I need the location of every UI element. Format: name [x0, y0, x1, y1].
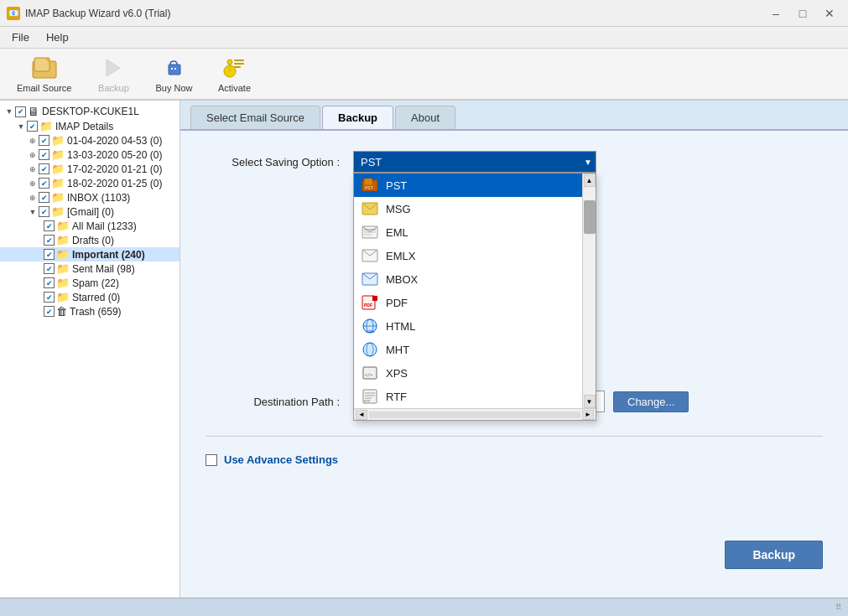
tab-backup[interactable]: Backup: [322, 106, 393, 129]
cb-imap[interactable]: ✔: [27, 121, 38, 132]
change-button[interactable]: Change...: [613, 391, 689, 412]
tree-item-important[interactable]: ✔ 📁 Important (240): [0, 247, 179, 261]
expander-desktop[interactable]: ▼: [3, 106, 15, 117]
menu-help[interactable]: Help: [39, 29, 75, 45]
scroll-up-btn[interactable]: ▲: [584, 173, 596, 187]
dropdown-item-html[interactable]: HTML HTML: [354, 314, 582, 338]
svg-point-9: [227, 60, 232, 65]
cb-folder1[interactable]: ✔: [39, 135, 49, 146]
hscroll-track: [369, 412, 580, 418]
tree-item-desktop[interactable]: ▼ ✔ 🖥 DESKTOP-KCUKE1L: [0, 104, 179, 119]
tree-label-trash: Trash (659): [70, 306, 122, 318]
dropdown-item-pdf[interactable]: PDF PDF: [354, 291, 582, 314]
close-button[interactable]: ✕: [818, 4, 841, 23]
dropdown-item-eml-label: EML: [386, 226, 408, 239]
tree-item-imap[interactable]: ▼ ✔ 📁 IMAP Details: [0, 119, 179, 133]
msg-icon: [361, 200, 379, 217]
tree-item-spam[interactable]: ✔ 📁 Spam (22): [0, 276, 179, 290]
tab-select-email-source[interactable]: Select Email Source: [190, 106, 320, 129]
expander-imap[interactable]: ▼: [15, 121, 27, 132]
tree-label-folder3: 17-02-2020 01-21 (0): [67, 163, 162, 175]
dropdown-arrow-icon: ▼: [584, 158, 592, 167]
backup-button[interactable]: Backup: [725, 541, 823, 569]
minimize-button[interactable]: –: [764, 4, 788, 23]
tree-label-allmail: All Mail (1233): [72, 220, 137, 232]
cb-folder2[interactable]: ✔: [39, 149, 49, 160]
cb-desktop[interactable]: ✔: [15, 106, 26, 117]
starred-icon: 📁: [56, 291, 70, 303]
expander-gmail[interactable]: ▼: [27, 206, 39, 218]
backup-button-container: Backup: [205, 483, 823, 577]
toolbar-activate[interactable]: Activate: [209, 51, 259, 96]
tree-item-sentmail[interactable]: ✔ 📁 Sent Mail (98): [0, 261, 179, 276]
expander-folder2[interactable]: ⊕: [27, 149, 39, 161]
dropdown-item-xps[interactable]: </> XPS: [354, 361, 582, 385]
toolbar-buy-now[interactable]: Buy Now: [148, 51, 199, 96]
tree-item-inbox[interactable]: ⊕ ✔ 📁 INBOX (1103): [0, 190, 179, 204]
trash-icon: 🗑: [56, 305, 67, 318]
toolbar-backup[interactable]: Backup: [88, 51, 138, 96]
dropdown-item-msg[interactable]: MSG: [354, 197, 582, 220]
tree-label-sentmail: Sent Mail (98): [72, 263, 135, 275]
dropdown-item-eml[interactable]: EML: [354, 220, 582, 244]
scroll-down-btn[interactable]: ▼: [584, 395, 596, 408]
cb-inbox[interactable]: ✔: [39, 192, 49, 203]
cb-starred[interactable]: ✔: [44, 292, 55, 303]
tree-item-allmail[interactable]: ✔ 📁 All Mail (1233): [0, 219, 179, 233]
expander-inbox[interactable]: ⊕: [27, 192, 39, 204]
tree-item-trash[interactable]: ✔ 🗑 Trash (659): [0, 304, 179, 318]
tree-item-gmail[interactable]: ▼ ✔ 📁 [Gmail] (0): [0, 204, 179, 219]
drafts-icon: 📁: [56, 234, 70, 246]
maximize-button[interactable]: □: [791, 4, 814, 23]
dropdown-item-pst[interactable]: PST PST: [354, 173, 582, 197]
hscroll-right-btn[interactable]: ►: [582, 410, 594, 420]
scroll-thumb[interactable]: [584, 200, 596, 234]
inbox-icon: 📁: [51, 191, 65, 204]
tree-item-folder1[interactable]: ⊕ ✔ 📁 01-04-2020 04-53 (0): [0, 133, 179, 148]
saving-option-label: Select Saving Option :: [205, 156, 340, 168]
cb-allmail[interactable]: ✔: [44, 220, 55, 231]
tree-item-starred[interactable]: ✔ 📁 Starred (0): [0, 290, 179, 304]
right-panel: Select Email Source Backup About Select …: [180, 101, 848, 598]
tree-item-drafts[interactable]: ✔ 📁 Drafts (0): [0, 233, 179, 247]
toolbar-email-source[interactable]: Email Source: [10, 51, 78, 96]
dropdown-scrollbar[interactable]: ▲ ▼: [582, 173, 596, 408]
dropdown-item-mht[interactable]: MHT: [354, 338, 582, 361]
xps-icon: </>: [361, 365, 379, 381]
dropdown-item-xps-label: XPS: [386, 367, 408, 380]
dropdown-trigger[interactable]: PST ▼: [353, 151, 596, 173]
expander-folder3[interactable]: ⊕: [27, 163, 39, 175]
cb-folder3[interactable]: ✔: [39, 163, 49, 174]
cb-gmail[interactable]: ✔: [39, 206, 49, 217]
imap-folder-icon: 📁: [39, 120, 53, 132]
svg-rect-5: [171, 68, 173, 70]
advance-settings-checkbox[interactable]: [205, 454, 217, 466]
dropdown-item-mbox[interactable]: MBOX: [354, 267, 582, 291]
cb-spam[interactable]: ✔: [44, 277, 55, 288]
saving-option-dropdown[interactable]: PST ▼: [353, 151, 596, 173]
dropdown-item-emlx-label: EMLX: [386, 250, 415, 262]
cb-drafts[interactable]: ✔: [44, 235, 55, 246]
dropdown-item-emlx[interactable]: EMLX: [354, 244, 582, 267]
cb-folder4[interactable]: ✔: [39, 178, 49, 189]
svg-rect-6: [174, 68, 176, 70]
menu-file[interactable]: File: [5, 29, 36, 45]
svg-rect-14: [364, 179, 372, 185]
svg-text:PST: PST: [365, 185, 373, 190]
title-bar-controls: – □ ✕: [764, 4, 841, 23]
tree-item-folder2[interactable]: ⊕ ✔ 📁 13-03-2020 05-20 (0): [0, 148, 179, 162]
dropdown-item-msg-label: MSG: [386, 203, 411, 215]
hscroll-left-btn[interactable]: ◄: [356, 410, 367, 420]
tree-item-folder3[interactable]: ⊕ ✔ 📁 17-02-2020 01-21 (0): [0, 162, 179, 176]
cb-trash[interactable]: ✔: [44, 306, 55, 317]
app-icon: 📧: [7, 7, 20, 20]
toolbar-buy-now-label: Buy Now: [155, 83, 192, 93]
cb-sentmail[interactable]: ✔: [44, 263, 55, 274]
cb-important[interactable]: ✔: [44, 249, 55, 260]
expander-folder4[interactable]: ⊕: [27, 178, 39, 189]
tree-item-folder4[interactable]: ⊕ ✔ 📁 18-02-2020 01-25 (0): [0, 176, 179, 190]
expander-folder1[interactable]: ⊕: [27, 135, 39, 147]
tab-about[interactable]: About: [395, 106, 455, 129]
backup-tab-content: Select Saving Option : PST ▼: [180, 131, 848, 598]
dropdown-item-rtf[interactable]: RTF RTF: [354, 385, 582, 408]
